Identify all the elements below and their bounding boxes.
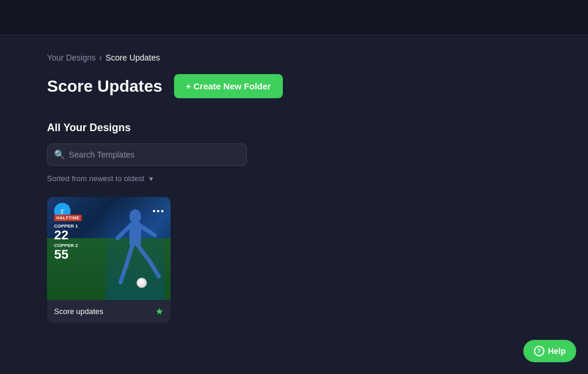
dot-1 xyxy=(153,210,155,212)
help-label: Help xyxy=(548,346,566,356)
team2-score: 55 xyxy=(54,248,82,261)
section-title: All Your Designs xyxy=(47,122,541,134)
help-question-mark: ? xyxy=(534,346,544,356)
card-footer: Score updates ★ xyxy=(47,300,171,323)
dot-2 xyxy=(157,210,159,212)
breadcrumb: Your Designs ‹ Score Updates xyxy=(47,53,541,62)
team1-row: COPPER 1 22 xyxy=(54,223,82,242)
page-title: Score Updates xyxy=(47,77,162,96)
dot-3 xyxy=(161,210,163,212)
svg-line-4 xyxy=(126,246,132,265)
soccer-ball xyxy=(136,278,147,288)
card-name: Score updates xyxy=(54,307,103,316)
top-navbar xyxy=(0,0,588,35)
sort-row[interactable]: Sorted from newest to oldest ▼ xyxy=(47,174,541,183)
svg-line-2 xyxy=(118,226,129,238)
main-content: Your Designs ‹ Score Updates Score Updat… xyxy=(0,35,588,335)
sort-label: Sorted from newest to oldest xyxy=(47,174,144,183)
svg-line-5 xyxy=(121,265,126,282)
sort-chevron-icon: ▼ xyxy=(148,175,154,182)
svg-line-6 xyxy=(138,246,150,262)
search-icon: 🔍 xyxy=(54,149,65,160)
breadcrumb-current: Score Updates xyxy=(105,53,160,62)
design-card[interactable]: 𝕣 HALFTIME COPPER 1 xyxy=(47,197,171,323)
svg-line-3 xyxy=(141,226,155,235)
ellipsis-menu[interactable] xyxy=(153,210,163,212)
halftime-label: HALFTIME xyxy=(54,215,82,221)
create-new-folder-button[interactable]: + Create New Folder xyxy=(174,74,283,98)
search-container: 🔍 xyxy=(47,143,247,166)
search-input[interactable] xyxy=(47,143,247,166)
score-board: HALFTIME COPPER 1 22 COPPER 2 55 xyxy=(54,215,82,262)
all-designs-section: All Your Designs 🔍 Sorted from newest to… xyxy=(47,122,541,323)
breadcrumb-chevron-icon: ‹ xyxy=(99,53,102,62)
designs-grid: 𝕣 HALFTIME COPPER 1 xyxy=(47,197,541,323)
svg-line-7 xyxy=(150,262,159,276)
team2-row: COPPER 2 55 xyxy=(54,243,82,261)
team1-score: 22 xyxy=(54,229,82,242)
help-button[interactable]: ? Help xyxy=(523,340,576,362)
star-icon[interactable]: ★ xyxy=(155,306,163,317)
breadcrumb-parent-link[interactable]: Your Designs xyxy=(47,53,96,62)
page-header: Score Updates + Create New Folder xyxy=(47,74,541,98)
